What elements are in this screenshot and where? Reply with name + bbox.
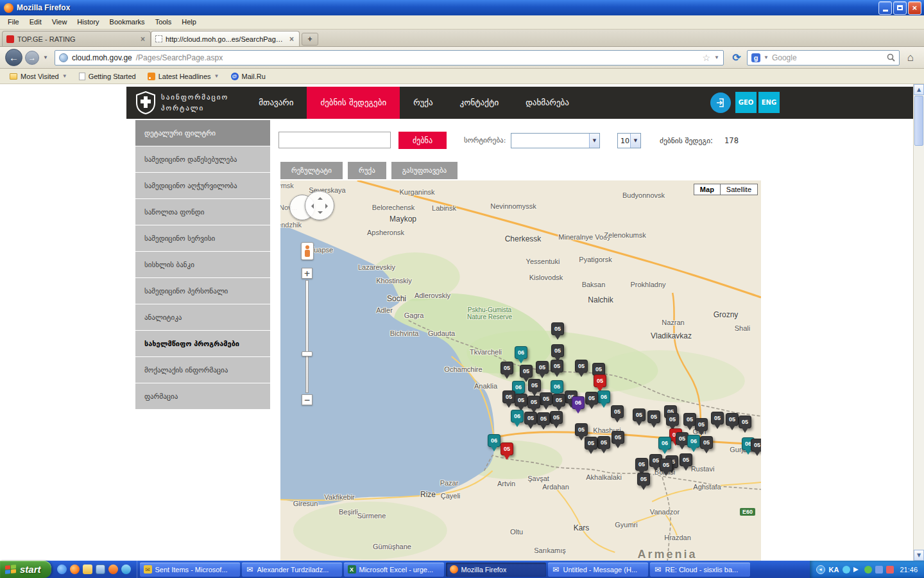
- minimize-button[interactable]: [878, 1, 892, 15]
- sort-select[interactable]: ▼: [511, 133, 600, 148]
- sidebar-item[interactable]: სამედიცინო პერსონალი: [135, 278, 270, 304]
- site-logo[interactable]: საინფორმაციო პორტალი: [136, 91, 228, 114]
- sidebar-item[interactable]: სამედიცინო აღჭურვილობა: [135, 173, 270, 198]
- new-tab-button[interactable]: +: [302, 33, 318, 46]
- history-dropdown-icon[interactable]: ▼: [42, 55, 49, 60]
- map-pin[interactable]: 05: [739, 416, 751, 428]
- map-pin[interactable]: 05: [551, 322, 564, 335]
- map-pin[interactable]: 05: [520, 365, 533, 378]
- map-pin[interactable]: 05: [695, 418, 708, 431]
- bookmark-most-visited[interactable]: Most Visited▼: [4, 69, 73, 83]
- taskbar-task[interactable]: RE: Cloud - sisxlis ba...: [650, 563, 750, 577]
- start-button[interactable]: start: [0, 561, 51, 578]
- map-pin[interactable]: 05: [550, 411, 563, 424]
- map-pin[interactable]: 05: [551, 344, 564, 357]
- site-search-input[interactable]: [278, 132, 391, 148]
- map-pin[interactable]: 05: [575, 423, 588, 436]
- menu-help[interactable]: Help: [176, 15, 201, 29]
- map-pin[interactable]: 05: [527, 396, 540, 408]
- map-pin[interactable]: 05: [501, 442, 513, 455]
- nav-item[interactable]: დახმარება: [512, 87, 583, 119]
- home-button[interactable]: ⌂: [902, 49, 919, 66]
- map-pin[interactable]: 06: [572, 396, 585, 409]
- map-pin[interactable]: 05: [551, 360, 563, 372]
- map-pin[interactable]: 06: [687, 435, 700, 448]
- tray-messenger-icon[interactable]: [843, 566, 850, 574]
- map-pin[interactable]: 05: [611, 405, 624, 418]
- forward-button[interactable]: →: [25, 51, 39, 65]
- nav-item[interactable]: კონტაქტი: [447, 87, 513, 119]
- tray-volume-icon[interactable]: [853, 567, 861, 572]
- tray-network-icon[interactable]: [875, 566, 883, 574]
- sidebar-item[interactable]: სახელმწიფო პროგრამები: [135, 331, 270, 356]
- map-pin[interactable]: 05: [502, 390, 515, 403]
- url-bar[interactable]: cloud.moh.gov.ge /Pages/SearchPage.aspx …: [55, 50, 724, 66]
- map-pin[interactable]: 05: [524, 412, 537, 425]
- map-pin[interactable]: 05: [592, 363, 605, 376]
- back-button[interactable]: ←: [5, 49, 22, 66]
- map-pin[interactable]: 05: [515, 394, 527, 407]
- tab-close-icon[interactable]: ×: [288, 35, 295, 44]
- portal-logout-icon[interactable]: [710, 92, 731, 113]
- page-size-select[interactable]: 10 ▼: [617, 133, 641, 148]
- sidebar-item[interactable]: სამედიცინო დაწესებულება: [135, 146, 270, 172]
- tray-update-icon[interactable]: [886, 566, 894, 574]
- result-tab-button[interactable]: გასუფთავება: [391, 162, 458, 179]
- result-tab-button[interactable]: რუქა: [348, 162, 386, 179]
- page-scrollbar[interactable]: ▲ ▼: [913, 84, 924, 561]
- map-pin[interactable]: 06: [511, 410, 524, 423]
- map-pin[interactable]: 05: [683, 413, 696, 426]
- restore-button[interactable]: [893, 1, 907, 15]
- map-pin[interactable]: 05: [633, 408, 646, 421]
- taskbar-task[interactable]: Sent Items - Microsof...: [140, 563, 240, 577]
- map-pin[interactable]: 05: [637, 473, 650, 486]
- menu-bookmarks[interactable]: Bookmarks: [105, 15, 150, 29]
- sidebar-item[interactable]: საწოლთა ფონდი: [135, 199, 270, 225]
- menu-file[interactable]: File: [3, 15, 24, 29]
- tray-collapse-button[interactable]: ◂: [816, 565, 825, 574]
- pegman-control[interactable]: [301, 242, 314, 260]
- bookmark-star-icon[interactable]: ☆: [703, 53, 711, 63]
- search-bar[interactable]: ▼ Google: [747, 50, 900, 66]
- map-pin[interactable]: 05: [528, 379, 541, 392]
- taskbar-task[interactable]: Alexander Turdziladz...: [242, 563, 342, 577]
- zoom-in-button[interactable]: +: [302, 268, 312, 279]
- map-pan-control[interactable]: [289, 189, 337, 229]
- map-pin[interactable]: 05: [536, 361, 549, 374]
- map-pin[interactable]: 05: [585, 392, 598, 405]
- scrollbar-thumb[interactable]: [914, 96, 923, 146]
- sidebar-item[interactable]: დეტალური ფილტრი: [135, 120, 270, 146]
- close-button[interactable]: ✕: [908, 1, 921, 15]
- taskbar-task[interactable]: Microsoft Excel - urge...: [344, 563, 444, 577]
- map-pin[interactable]: 05: [575, 360, 588, 372]
- map-pin[interactable]: 05: [666, 413, 679, 426]
- taskbar-task[interactable]: Mozilla Firefox: [446, 563, 546, 577]
- pan-down-icon[interactable]: [318, 211, 323, 216]
- menu-history[interactable]: History: [72, 15, 104, 29]
- pan-right-icon[interactable]: [325, 204, 330, 209]
- map-pin[interactable]: 05: [597, 436, 610, 449]
- map-canvas[interactable]: vmskSeverskayaKurganinskBudyonnovskNov..…: [280, 180, 761, 561]
- result-tab-button[interactable]: რეზულტატი: [280, 162, 343, 179]
- scroll-up-icon[interactable]: ▲: [914, 84, 924, 95]
- media-player-icon[interactable]: [108, 565, 118, 574]
- map-pin[interactable]: 05: [676, 432, 689, 445]
- reload-button[interactable]: ⟳: [729, 50, 744, 66]
- show-desktop-icon[interactable]: [96, 565, 105, 574]
- bookmark-mail-ru[interactable]: Mail.Ru: [225, 69, 271, 83]
- map-pin[interactable]: 05: [751, 439, 761, 451]
- nav-item-active[interactable]: ძებნის შედეგები: [307, 87, 400, 119]
- tray-antivirus-icon[interactable]: [864, 566, 872, 574]
- map-pin[interactable]: 05: [540, 392, 552, 405]
- map-pin[interactable]: 06: [488, 434, 501, 447]
- tab-close-icon[interactable]: ×: [139, 35, 146, 44]
- magnifier-icon[interactable]: [887, 53, 895, 62]
- map-mode-map-button[interactable]: Map: [694, 184, 721, 195]
- menu-edit[interactable]: Edit: [24, 15, 47, 29]
- map-pin[interactable]: 06: [658, 437, 671, 450]
- tab[interactable]: TOP.GE - RATING×: [2, 31, 151, 46]
- bookmark-latest-headlines[interactable]: Latest Headlines▼: [142, 69, 225, 83]
- pan-left-icon[interactable]: [309, 204, 314, 209]
- sidebar-item[interactable]: სისხლის ბანკი: [135, 252, 270, 277]
- search-engine-dropdown-icon[interactable]: ▼: [764, 55, 769, 60]
